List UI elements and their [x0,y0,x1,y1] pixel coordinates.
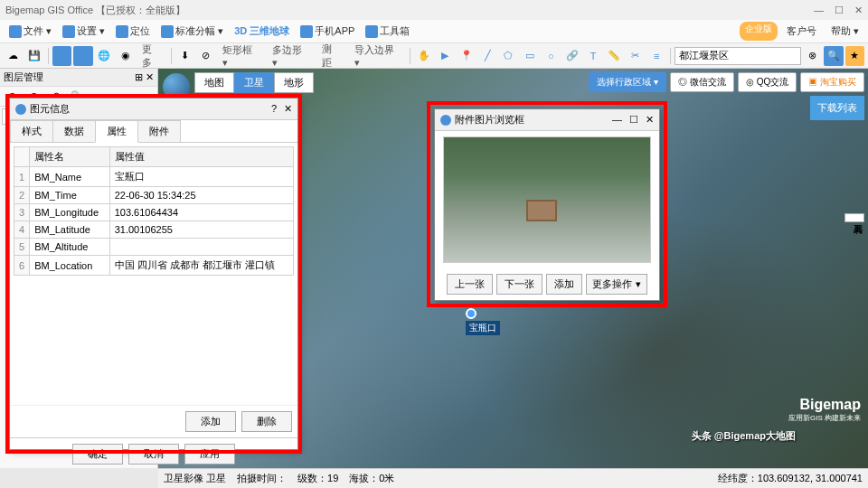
marker-icon[interactable]: 📍 [457,46,476,66]
table-row[interactable]: 3BM_Longitude103.61064434 [14,204,294,221]
menu-3d[interactable]: 3D 三维地球 [229,22,295,41]
attachment-dialog: 附件图片浏览框 — ☐ ✕ (1/1) 上一张 下一张 添加 更多操作 ▾ [434,108,660,301]
feature-info-dialog: 图元信息 ? ✕ 样式 数据 属性 附件 属性名属性值 1BM_Name宝瓶口 … [9,98,298,450]
table-row[interactable]: 5BM_Altitude [14,239,294,256]
cloud-icon[interactable]: ☁ [4,46,23,66]
globe-icon[interactable] [163,73,190,100]
pin-icon [466,308,476,319]
minimize-icon[interactable]: — [612,114,622,126]
attribute-table: 属性名属性值 1BM_Name宝瓶口 2BM_Time22-06-30 15:3… [14,146,294,276]
more-button[interactable]: 更多操作 ▾ [586,274,646,295]
table-row[interactable]: 4BM_Latitude31.00106255 [14,221,294,239]
main-menubar: 文件 ▾ 设置 ▾ 定位 标准分幅 ▾ 3D 三维地球 手机APP 工具箱 企业… [0,20,868,43]
search-button[interactable]: 🔍 [824,46,843,66]
sidebar-title: 图层管理 [4,70,43,84]
apply-button[interactable]: 应用 [184,444,235,465]
download-icon[interactable]: ⬇ [175,46,194,66]
clear-search-icon[interactable]: ⊗ [803,46,822,66]
delete-button[interactable]: 删除 [241,411,292,432]
status-time: 拍摄时间： [237,472,287,485]
circle-icon[interactable]: ○ [542,46,561,66]
qq-button[interactable]: ◎ QQ交流 [738,72,797,92]
add-button[interactable]: 添加 [185,411,236,432]
tab-style[interactable]: 样式 [10,120,53,142]
help-menu[interactable]: 帮助 ▾ [826,22,864,41]
menu-file[interactable]: 文件 ▾ [4,22,57,41]
sat-icon[interactable]: ◉ [116,46,135,66]
clear-icon[interactable]: ⊘ [196,46,215,66]
link-icon[interactable]: 🔗 [562,46,581,66]
menu-settings[interactable]: 设置 ▾ [57,22,110,41]
maximize-icon[interactable]: ☐ [835,5,844,16]
more-button[interactable]: 更多 [137,41,166,71]
next-button[interactable]: 下一张 [496,274,542,295]
shape-icon[interactable]: ⬠ [499,46,518,66]
layers-icon[interactable]: ≡ [646,46,665,66]
dialog-icon [440,115,451,126]
col-name: 属性名 [30,147,110,167]
cancel-button[interactable]: 取消 [128,444,179,465]
search-input[interactable] [675,47,801,65]
status-layer: 卫星影像 卫星 [164,472,226,485]
play-icon[interactable]: ▶ [436,46,455,66]
help-icon[interactable]: ? [271,103,277,115]
watermark: 头条 @Bigemap大地图 [692,429,796,443]
earth-icon[interactable]: 🌐 [95,46,114,66]
text-icon[interactable]: T [583,46,602,66]
grid-icon [161,25,174,38]
rect-button[interactable]: 矩形框 ▾ [217,42,265,70]
table-row[interactable]: 6BM_Location中国 四川省 成都市 都江堰市 灌口镇 [14,256,294,276]
tab-terrain[interactable]: 地形 [274,72,314,93]
crop-icon[interactable]: ✂ [626,46,645,66]
gear-icon [62,25,75,38]
region-select-button[interactable]: 选择行政区域 ▾ [589,72,666,92]
file-icon [9,25,22,38]
customer-id[interactable]: 客户号 [781,22,822,41]
attach-title: 附件图片浏览框 [455,113,524,127]
pin-icon [116,25,128,38]
minimize-icon[interactable]: — [814,5,824,16]
enterprise-badge[interactable]: 企业版 [740,22,778,41]
sidebar-menu-icon[interactable]: ⊞ ✕ [135,71,154,83]
download-list-button[interactable]: 下载列表 [810,96,864,120]
menu-grid[interactable]: 标准分幅 ▾ [156,22,229,41]
tab-satellite[interactable]: 卫星 [234,72,274,93]
layer2-icon[interactable] [73,46,92,66]
prev-button[interactable]: 上一张 [447,274,493,295]
tab-map[interactable]: 地图 [194,72,234,93]
close-icon[interactable]: ✕ [284,103,292,115]
ok-button[interactable]: 确定 [72,444,123,465]
tab-attr[interactable]: 属性 [95,120,138,143]
menu-toolbox[interactable]: 工具箱 [360,22,415,41]
tab-attach[interactable]: 附件 [137,120,181,142]
wechat-button[interactable]: ◎ 微信交流 [670,72,734,92]
polygon-button[interactable]: 多边形 ▾ [267,42,315,70]
attachment-image [443,136,651,263]
taobao-button[interactable]: ▣ 淘宝购买 [800,72,864,92]
window-titlebar: Bigemap GIS Office 【已授权：全能版】 — ☐ ✕ [0,0,868,20]
measure-button[interactable]: 测距 [316,41,346,71]
add-button[interactable]: 添加 [546,274,582,295]
star-icon[interactable]: ★ [845,46,864,66]
status-bar: 卫星影像 卫星 拍摄时间： 级数：19 海拔：0米 经纬度：103.609132… [158,468,868,488]
hand-icon[interactable]: ✋ [414,46,433,66]
layer1-icon[interactable] [52,46,71,66]
line-icon[interactable]: ╱ [477,46,496,66]
table-row[interactable]: 2BM_Time22-06-30 15:34:25 [14,187,294,204]
save-icon[interactable]: 💾 [24,46,43,66]
dialog-icon [15,104,26,115]
map-marker[interactable]: 宝瓶口 [466,308,500,335]
table-row[interactable]: 1BM_Name宝瓶口 [14,167,294,187]
maximize-icon[interactable]: ☐ [629,114,638,126]
menu-locate[interactable]: 定位 [110,22,156,41]
import-button[interactable]: 导入边界 ▾ [349,42,407,70]
phone-icon [300,25,313,38]
menu-mobile[interactable]: 手机APP [295,22,360,41]
close-icon[interactable]: ✕ [854,5,863,16]
tool-list-button[interactable]: 工具列表 [844,213,864,222]
box-icon[interactable]: ▭ [520,46,539,66]
status-level: 级数：19 [297,472,338,485]
tab-data[interactable]: 数据 [52,120,96,142]
ruler-icon[interactable]: 📏 [605,46,624,66]
close-icon[interactable]: ✕ [646,114,654,126]
